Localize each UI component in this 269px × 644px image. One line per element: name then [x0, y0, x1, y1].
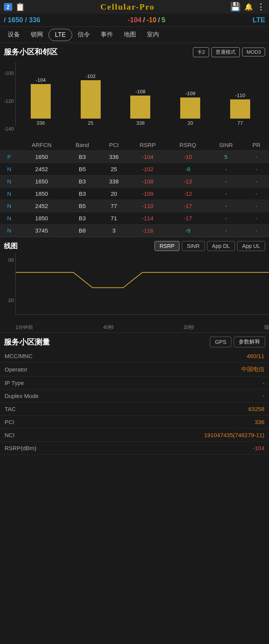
- menu-icon[interactable]: ⋮: [257, 2, 265, 12]
- cell-pci: 336: [100, 151, 128, 163]
- meas-value: 460/11: [247, 353, 264, 359]
- col-band: Band: [65, 139, 100, 151]
- cell-band: B8: [65, 225, 100, 237]
- btn-app-dl[interactable]: App DL: [207, 241, 235, 251]
- time-label-1: 40秒: [103, 324, 113, 331]
- status-bar-right: 💾 🔔 ⋮: [230, 2, 265, 12]
- cell-rsrp: -102: [128, 163, 168, 175]
- cell-pr: -: [244, 163, 269, 175]
- btn-app-ul[interactable]: App UL: [237, 241, 265, 251]
- col-sinr: SINR: [208, 139, 244, 151]
- btn-gps[interactable]: GPS: [210, 337, 231, 347]
- nav-tabs: 设备 锁网 LTE 信令 事件 地图 室内: [0, 27, 269, 43]
- table-row: N 2452 B5 77 -110 -17 - -: [0, 200, 269, 212]
- cell-band: B3: [65, 175, 100, 188]
- measurement-buttons: GPS 参数解释: [210, 337, 265, 347]
- col-pci: PCI: [100, 139, 128, 151]
- table-header-row: ARFCN Band PCI RSRP RSRQ SINR PR: [0, 139, 269, 151]
- tab-lte[interactable]: LTE: [48, 29, 72, 41]
- table-row: N 2452 B5 25 -102 -8 - -: [0, 163, 269, 175]
- line-chart-area: [15, 253, 269, 315]
- meas-row: Duplex Mode -: [0, 390, 269, 403]
- data-table: ARFCN Band PCI RSRP RSRQ SINR PR P 1650 …: [0, 139, 269, 237]
- bar-rect-3: [180, 97, 200, 119]
- meas-label: PCI: [5, 419, 14, 425]
- tab-map[interactable]: 地图: [118, 27, 141, 43]
- tab-signal[interactable]: 信令: [72, 27, 95, 43]
- cell-pci: 25: [100, 163, 128, 175]
- btn-rsrp[interactable]: RSRP: [154, 241, 179, 251]
- tab-events[interactable]: 事件: [95, 27, 118, 43]
- bar-0: -104 336: [20, 77, 62, 126]
- table-row: N 1850 B3 20 -109 -12 - -: [0, 188, 269, 200]
- meas-value: -: [262, 380, 264, 386]
- meas-label: RSRP(dBm): [5, 445, 37, 451]
- cell-pr: -: [244, 225, 269, 237]
- mode-badge[interactable]: 普通模式: [211, 47, 240, 57]
- bar-4: -110 77: [219, 92, 261, 126]
- col-arfcn: ARFCN: [18, 139, 65, 151]
- cell-band: B3: [65, 151, 100, 163]
- cell-pci: 20: [100, 188, 128, 200]
- frequency-info: / 1650 / 336: [4, 16, 40, 24]
- meas-row: NCI 191047435(746279-11): [0, 429, 269, 442]
- time-label-3: 现: [264, 324, 269, 331]
- col-rsrq: RSRQ: [168, 139, 208, 151]
- cell-rsrp: -108: [128, 175, 168, 188]
- btn-sinr[interactable]: SINR: [182, 241, 204, 251]
- notification-badge: 2: [4, 3, 12, 11]
- bell-icon[interactable]: 🔔: [244, 3, 253, 11]
- cell-type: P: [0, 151, 18, 163]
- meas-row: RSRP(dBm) -104: [0, 442, 269, 455]
- mod-badge[interactable]: MOD3: [242, 48, 265, 56]
- meas-label: TAC: [5, 406, 16, 412]
- meas-row: PCI 336: [0, 416, 269, 429]
- signal-values: -104 / -10 / 5: [128, 16, 165, 24]
- cell-rsrp: -110: [128, 200, 168, 212]
- cell-rsrq: -17: [168, 200, 208, 212]
- cell-arfcn: 1650: [18, 175, 65, 188]
- cell-pci: 3: [100, 225, 128, 237]
- cell-arfcn: 1850: [18, 188, 65, 200]
- bar-1: -102 25: [70, 73, 112, 126]
- table-row: P 1650 B3 336 -104 -10 5 -: [0, 151, 269, 163]
- tab-device[interactable]: 设备: [2, 27, 25, 43]
- table-row: N 1650 B3 338 -108 -13 - -: [0, 175, 269, 188]
- cell-band: B3: [65, 188, 100, 200]
- card-badge[interactable]: 卡2: [193, 47, 209, 57]
- cell-rsrp: -109: [128, 188, 168, 200]
- cell-band: B5: [65, 163, 100, 175]
- app-title: Cellular-Pro: [100, 2, 154, 12]
- cell-sinr: -: [208, 163, 244, 175]
- cell-type: N: [0, 200, 18, 212]
- tab-indoor[interactable]: 室内: [141, 27, 164, 43]
- meas-value: -: [262, 393, 264, 399]
- measurement-header: 服务小区测量 GPS 参数解释: [0, 332, 269, 350]
- meas-row: Operator 中国电信: [0, 363, 269, 376]
- cell-rsrp: -114: [128, 212, 168, 225]
- cell-type: N: [0, 163, 18, 175]
- status-bar-left: 2 📋: [4, 2, 25, 12]
- meas-label: Operator: [5, 366, 27, 373]
- cell-rsrq: -12: [168, 188, 208, 200]
- meas-label: MCC/MNC: [5, 353, 33, 359]
- cell-rsrq: -10: [168, 151, 208, 163]
- info-bar: / 1650 / 336 -104 / -10 / 5 LTE: [0, 14, 269, 27]
- save-icon[interactable]: 💾: [230, 2, 241, 12]
- meas-value: 中国电信: [241, 366, 264, 373]
- table-row: N 3745 B8 3 -116 -9 - -: [0, 225, 269, 237]
- line-chart: 00 20: [0, 253, 269, 322]
- col-pr: PR: [244, 139, 269, 151]
- line-chart-y-axis: 00 20: [0, 257, 15, 303]
- time-label-2: 20秒: [184, 324, 194, 331]
- cell-rsrq: -9: [168, 225, 208, 237]
- line-chart-header: 线图 RSRP SINR App DL App UL: [0, 237, 269, 253]
- tab-lock[interactable]: 锁网: [25, 27, 48, 43]
- cell-pr: -: [244, 175, 269, 188]
- cell-rsrp: -116: [128, 225, 168, 237]
- measurement-rows: MCC/MNC 460/11 Operator 中国电信 IP Type - D…: [0, 350, 269, 455]
- clipboard-icon: 📋: [15, 2, 25, 12]
- cell-arfcn: 2452: [18, 200, 65, 212]
- btn-param-explain[interactable]: 参数解释: [234, 337, 265, 347]
- cell-rsrp: -104: [128, 151, 168, 163]
